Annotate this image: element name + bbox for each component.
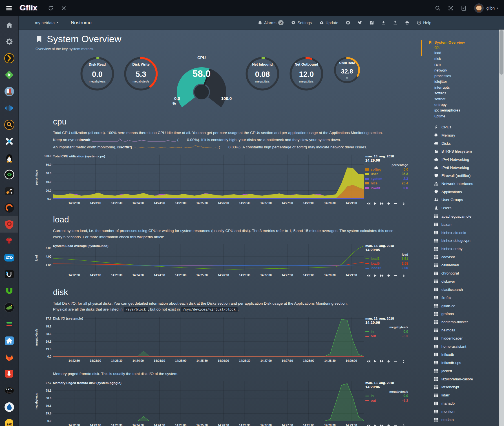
sidebar-app-cadvisor[interactable]: cadvisor xyxy=(421,253,499,261)
user-menu[interactable]: gilbn xyxy=(486,6,499,10)
chart-fwd-button[interactable] xyxy=(380,359,384,362)
calibre-icon[interactable] xyxy=(0,83,18,100)
chart-plot[interactable] xyxy=(53,244,364,271)
sidebar-app-hddtemp-docker[interactable]: hddtemp-docker xyxy=(421,318,499,326)
legend-load1[interactable]: load16.51 xyxy=(365,257,408,261)
sidebar-item-load[interactable]: load xyxy=(421,50,499,56)
sidebar-group-ipv4-networking[interactable]: IPv4 Networking xyxy=(421,155,499,164)
sidebar-system-overview[interactable]: System Overview xyxy=(421,40,499,44)
sidebar-app-calibreweb[interactable]: calibreweb xyxy=(421,261,499,269)
hamburger-menu-icon[interactable] xyxy=(5,5,14,11)
legend-load15[interactable]: load152.06 xyxy=(365,266,408,270)
load-chart[interactable]: System Load Average (system.load)man. 13… xyxy=(36,244,408,278)
disk-read-gauge[interactable]: Disk Read0.0megabytes/s xyxy=(79,55,116,92)
gitlab-icon[interactable] xyxy=(0,349,18,365)
legend-in[interactable]: in0.0 xyxy=(365,394,408,398)
legend-iowait[interactable]: iowait0.0 xyxy=(365,186,408,190)
sidebar-app-mariadb[interactable]: mariadb xyxy=(421,399,499,407)
legend-user[interactable]: user35.3 xyxy=(365,172,408,176)
export-button[interactable] xyxy=(393,21,397,25)
chart-plus-button[interactable] xyxy=(387,423,391,426)
chart-back-button[interactable] xyxy=(366,201,370,205)
sidebar-app-jackett[interactable]: jackett xyxy=(421,367,499,375)
cpu-chart[interactable]: Total CPU utilization (system.cpu)man. 1… xyxy=(36,155,408,206)
sidebar-app-binhex-emby[interactable]: binhex-emby xyxy=(421,245,499,253)
sidebar-item-cpu[interactable]: cpu xyxy=(421,44,499,50)
help-button[interactable]: ?Help xyxy=(417,21,431,25)
import-button[interactable] xyxy=(381,21,386,25)
sidebar-app-monitorr[interactable]: monitorr xyxy=(421,407,499,416)
sidebar-item-ipc-semaphores[interactable]: ipc semaphores xyxy=(421,108,499,113)
chart-resize-handle[interactable] xyxy=(402,423,405,426)
chart-play-button[interactable] xyxy=(373,359,377,362)
unraid-icon[interactable] xyxy=(0,266,18,282)
legend-system[interactable]: system2.3 xyxy=(365,177,408,181)
node-graph-icon[interactable] xyxy=(0,183,18,199)
print-button[interactable] xyxy=(405,21,409,25)
jackett-icon[interactable] xyxy=(0,116,18,133)
github-link[interactable] xyxy=(346,21,350,25)
organizr-x-icon[interactable] xyxy=(0,133,18,150)
update-button[interactable]: Update xyxy=(319,21,338,25)
sidebar-app-gitlab-ce[interactable]: gitlab-ce xyxy=(421,302,499,310)
sidebar-app-influxdb[interactable]: influxdb xyxy=(421,351,499,359)
sidebar-group-network-interfaces[interactable]: Network Interfaces xyxy=(421,180,499,188)
sidebar-app-binhex-delugevpn[interactable]: binhex-delugevpn xyxy=(421,237,499,245)
avatar[interactable] xyxy=(474,3,484,13)
wikipedia-link[interactable]: wikipedia article xyxy=(137,235,164,239)
sidebar-item-disk[interactable]: disk xyxy=(421,56,499,62)
sidebar-group-cpus[interactable]: CPUs xyxy=(421,123,499,131)
sidebar-app-lidarr[interactable]: lidarr xyxy=(421,391,499,399)
changelog-icon[interactable] xyxy=(461,5,467,11)
sidebar-group-ipv6-networking[interactable]: IPv6 Networking xyxy=(421,164,499,172)
sidebar-group-user-groups[interactable]: User Groups xyxy=(421,196,499,204)
chart-resize-handle[interactable] xyxy=(402,273,405,277)
berries-icon[interactable] xyxy=(0,233,18,249)
chart-plus-button[interactable] xyxy=(387,201,391,205)
legend-out[interactable]: out-5.2 xyxy=(365,399,408,403)
chart-play-button[interactable] xyxy=(373,201,377,205)
sidebar-app-influxdb-ups[interactable]: influxdb-ups xyxy=(421,359,499,367)
legend-nice[interactable]: nice20.4 xyxy=(365,181,408,185)
cpu-gauge[interactable]: CPU58.00.0100.0% xyxy=(172,55,231,108)
sidebar-item-ram[interactable]: ram xyxy=(421,62,499,67)
disk-io-chart[interactable]: Disk I/O (system.io)man. 13. aug. 201814… xyxy=(36,317,408,364)
lazylibrarian-icon[interactable]: LAZYlibrarian xyxy=(0,382,18,399)
chart-back-button[interactable] xyxy=(366,359,370,362)
chart-fwd-button[interactable] xyxy=(380,273,384,277)
grafana-icon[interactable] xyxy=(0,199,18,216)
chart-plus-button[interactable] xyxy=(387,359,391,362)
sidebar-app-grafana[interactable]: grafana xyxy=(421,310,499,318)
sidebar-app-hiddenloader[interactable]: hiddenloader xyxy=(421,334,499,342)
sidebar-app-binhex-airsonic[interactable]: binhex-airsonic xyxy=(421,229,499,237)
used-ram-gauge[interactable]: Used RAM32.8% xyxy=(332,55,362,85)
sidebar-app-firefox[interactable]: firefox xyxy=(421,294,499,302)
legend-out[interactable]: out-5.3 xyxy=(365,334,408,338)
sidebar-app-elasticsearch[interactable]: elasticsearch xyxy=(421,286,499,294)
close-tab-icon[interactable] xyxy=(61,5,67,11)
chart-plot[interactable] xyxy=(53,155,364,199)
facebook-link[interactable] xyxy=(370,21,374,25)
chart-fwd-button[interactable] xyxy=(380,423,384,426)
sidebar-app-heimdall[interactable]: heimdall xyxy=(421,326,499,334)
sidebar-item-idlejitter[interactable]: idlejitter xyxy=(421,79,499,84)
settings-icon[interactable] xyxy=(0,33,18,50)
chart-minus-button[interactable] xyxy=(394,201,397,205)
net-outbound-gauge[interactable]: Net Outbound12.0megabits/s xyxy=(288,55,325,92)
green-u-icon[interactable] xyxy=(0,282,18,299)
emby-icon[interactable] xyxy=(0,66,18,83)
chart-minus-button[interactable] xyxy=(394,273,397,277)
home-assistant-icon[interactable] xyxy=(0,332,18,349)
jdownloader-icon[interactable] xyxy=(0,365,18,382)
sidebar-app-diskover[interactable]: diskover xyxy=(421,277,499,286)
plex-icon[interactable] xyxy=(0,50,18,66)
refresh-icon[interactable] xyxy=(48,5,54,11)
settings-button[interactable]: Settings xyxy=(291,21,312,25)
dish-icon[interactable] xyxy=(0,299,18,316)
sidebar-item-softirqs[interactable]: softirqs xyxy=(421,90,499,96)
deluge-icon[interactable] xyxy=(0,399,18,415)
nextcloud-icon[interactable] xyxy=(0,249,18,266)
net-inbound-gauge[interactable]: Net Inbound0.08megabits/s xyxy=(244,55,281,92)
sidebar-item-processes[interactable]: processes xyxy=(421,73,499,79)
legend-in[interactable]: in0.0 xyxy=(365,330,408,334)
